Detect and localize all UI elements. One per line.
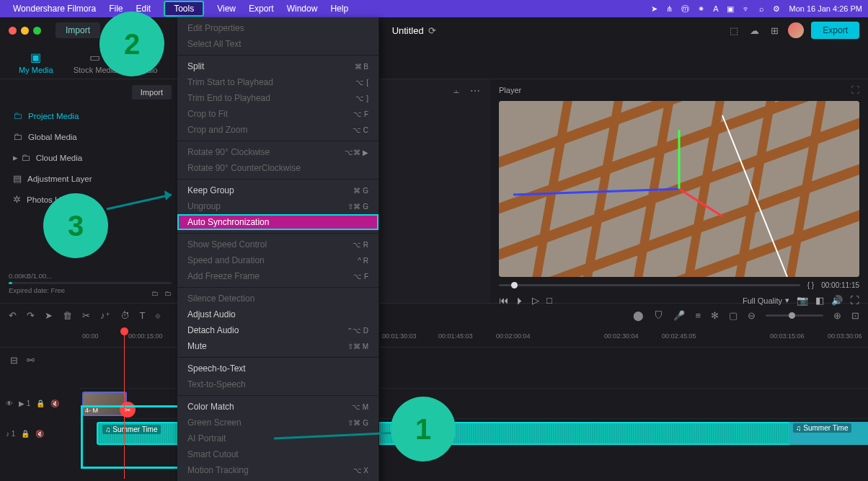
volume-icon[interactable]: 🔊 [831, 295, 843, 306]
music-icon[interactable]: ♪⁺ [100, 310, 110, 321]
record-icon[interactable]: ⬤ [633, 310, 644, 321]
antivirus-icon: ⓜ [681, 4, 689, 14]
timeline-link-icon[interactable]: ⚯ [27, 355, 35, 366]
menu-item-auto-synchronization[interactable]: Auto Synchronization [177, 214, 378, 230]
menu-window[interactable]: Window [287, 4, 318, 14]
menu-tools[interactable]: Tools [164, 1, 204, 17]
play-back-icon[interactable]: ⏵ [515, 295, 525, 306]
playhead[interactable] [124, 327, 125, 479]
menu-item-silence-detection: Silence Detection [177, 291, 378, 306]
mic-icon[interactable]: 🎤 [673, 310, 685, 321]
close-icon[interactable] [9, 27, 17, 35]
text-icon[interactable]: T [140, 310, 146, 321]
split-icon[interactable]: ✂ [82, 310, 90, 321]
battery-icon: ▣ [727, 4, 734, 14]
annotation-callout-2: 2 [99, 12, 164, 76]
quality-dropdown[interactable]: Full Quality ▾ [743, 296, 789, 305]
annotation-arrow [99, 187, 186, 216]
export-button[interactable]: Export [811, 22, 859, 39]
delete-icon[interactable]: 🗑 [63, 310, 72, 321]
snap-icon[interactable]: ✻ [711, 310, 719, 321]
visibility-icon[interactable]: 👁 [6, 400, 13, 407]
scrubber[interactable]: { } 00:00:11:15 [499, 281, 859, 289]
sidebar-item-global-media[interactable]: 🗀Global Media [9, 126, 172, 147]
photos-icon: ✲ [13, 194, 21, 205]
menu-view[interactable]: View [217, 4, 236, 14]
play-icon[interactable]: ▷ [532, 295, 539, 306]
filter-icon[interactable]: ⫠ [451, 85, 461, 97]
zoom-slider[interactable] [766, 314, 823, 317]
player-viewport[interactable] [499, 101, 859, 277]
maximize-icon[interactable] [33, 27, 41, 35]
undo-icon[interactable]: ↶ [9, 310, 17, 321]
prev-frame-icon[interactable]: ⏮ [499, 295, 508, 306]
timecode: 00:00:11:15 [821, 281, 859, 289]
tab-my-media[interactable]: ▣ My Media [9, 46, 63, 79]
fullscreen-icon[interactable]: ⛶ [851, 85, 859, 95]
control-center-icon[interactable]: ⚙ [773, 4, 780, 14]
fit-icon[interactable]: ⊡ [851, 310, 859, 321]
speed-icon[interactable]: ⏱ [120, 310, 130, 321]
minimize-icon[interactable] [21, 27, 29, 35]
svg-line-18 [274, 433, 397, 438]
menu-item-trim-end-to-playhead: Trim End to Playhead⌥ ] [177, 90, 378, 106]
menu-item-mute[interactable]: Mute⇧⌘ M [177, 338, 378, 354]
menu-item-crop-to-fit: Crop to Fit⌥ F [177, 106, 378, 122]
more-icon[interactable]: ⋯ [470, 85, 480, 97]
download-icon[interactable]: ⬚ [727, 24, 740, 37]
avatar[interactable] [788, 22, 804, 38]
menu-help[interactable]: Help [330, 4, 348, 14]
cut-badge-icon[interactable]: ✂ [120, 402, 136, 418]
grid-icon[interactable]: ⊞ [768, 24, 781, 37]
scrubber-track[interactable] [499, 284, 800, 286]
brackets-icon[interactable]: { } [807, 281, 814, 289]
menu-item-detach-audio[interactable]: Detach Audio⌃⌥ D [177, 322, 378, 338]
tools-dropdown: Edit PropertiesSelect All TextSplit⌘ BTr… [177, 17, 379, 481]
lock-icon[interactable]: 🔒 [21, 430, 30, 438]
mute-icon[interactable]: 🔇 [50, 400, 59, 407]
stop-icon[interactable]: □ [546, 295, 552, 306]
window-controls[interactable] [9, 27, 41, 35]
zoom-in-icon[interactable]: ⊕ [833, 310, 841, 321]
audio-clip-2[interactable]: ♫ Summer Time [789, 422, 868, 445]
zoom-out-icon[interactable]: ⊖ [748, 310, 756, 321]
folder-add-icon[interactable]: 🗀 🗀 [151, 289, 172, 297]
sidebar-item-adjustment-layer[interactable]: ▤Adjustment Layer [9, 168, 172, 189]
menu-item-split[interactable]: Split⌘ B [177, 58, 378, 74]
marker-icon[interactable]: ◧ [815, 295, 824, 306]
menu-item-speed-and-duration: Speed and Duration^ R [177, 252, 378, 268]
document-title: Untitled ⟳ [392, 25, 436, 36]
snapshot-icon[interactable]: 📷 [797, 295, 808, 306]
sidebar-item-cloud-media[interactable]: ▸ 🗀Cloud Media [9, 147, 172, 168]
sidebar-item-project-media[interactable]: 🗀Project Media [9, 105, 172, 126]
menu-file[interactable]: File [109, 4, 123, 14]
annotation-callout-1: 1 [391, 397, 456, 462]
app-icon: A [713, 4, 718, 13]
expand-icon[interactable]: ⛶ [850, 295, 859, 306]
folder-icon: ▸ 🗀 [13, 152, 30, 163]
lock-icon[interactable]: 🔒 [36, 400, 45, 407]
import-dropdown[interactable]: Import [132, 85, 172, 100]
timeline-toolbar: ↶ ↷ ➤ 🗑 ✂ ♪⁺ ⏱ T ⟐ ⬤ ⛉ 🎤 ≡ ✻ ▢ ⊖ ⊕ ⊡ [0, 303, 868, 327]
refresh-icon[interactable]: ⟳ [428, 25, 436, 36]
mixer-icon[interactable]: ≡ [695, 310, 701, 321]
menu-item-adjust-audio[interactable]: Adjust Audio [177, 306, 378, 322]
clip-label: ♫ Summer Time [102, 425, 161, 434]
crop-icon[interactable]: ⟐ [155, 310, 161, 321]
timeline-collapse-icon[interactable]: ⊟ [10, 355, 18, 366]
menu-item-color-match[interactable]: Color Match⌥ M [177, 399, 378, 415]
menu-item-keep-group[interactable]: Keep Group⌘ G [177, 182, 378, 198]
menu-export[interactable]: Export [249, 4, 274, 14]
pointer-icon[interactable]: ➤ [45, 310, 53, 321]
timeline-ruler[interactable]: 00:00 00:00:15:00 00:01:30:03 00:01:45:0… [0, 327, 868, 348]
shield-icon[interactable]: ⛉ [654, 310, 663, 321]
redo-icon[interactable]: ↷ [27, 310, 35, 321]
marker-add-icon[interactable]: ▢ [729, 310, 738, 321]
storage-usage: 0.00KB/1.00... Expired date: Free 🗀 🗀 [9, 272, 172, 297]
cloud-icon[interactable]: ☁ [748, 24, 761, 37]
menu-item-speech-to-text[interactable]: Speech-to-Text [177, 361, 378, 376]
mute-icon[interactable]: 🔇 [35, 430, 44, 438]
import-button[interactable]: Import [56, 22, 100, 38]
menu-item-select-all-text: Select All Text [177, 36, 378, 52]
search-icon[interactable]: ⌕ [759, 4, 764, 13]
